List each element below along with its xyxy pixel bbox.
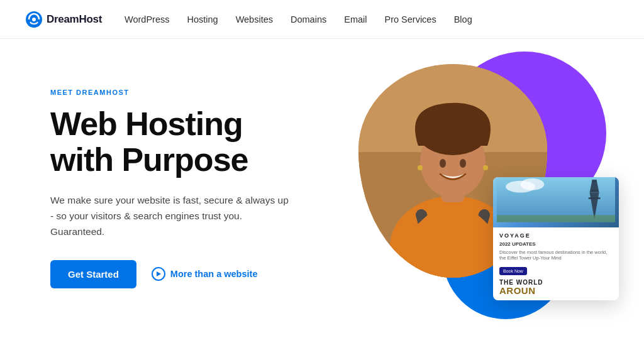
svg-point-16 xyxy=(521,178,545,190)
card-around: AROUN xyxy=(499,286,613,295)
nav-item-hosting[interactable]: Hosting xyxy=(187,14,218,25)
more-link[interactable]: More than a website xyxy=(152,267,258,281)
hero-title: Web Hosting with Purpose xyxy=(50,106,340,178)
website-card: VOYAGE 2022 UPDATES Discover the most fa… xyxy=(493,177,619,300)
hero-description: We make sure your website is fast, secur… xyxy=(50,193,289,239)
card-description: Discover the most famous destinations in… xyxy=(499,249,613,262)
svg-point-11 xyxy=(483,165,488,170)
more-label: More than a website xyxy=(170,269,258,279)
svg-point-9 xyxy=(460,159,466,168)
card-year-label: 2022 UPDATES xyxy=(499,241,613,248)
logo[interactable]: DreamHost xyxy=(25,11,102,28)
navbar: DreamHost WordPress Hosting Websites Dom… xyxy=(0,0,644,39)
play-triangle xyxy=(157,271,161,276)
hero-content: MEET DREAMHOST Web Hosting with Purpose … xyxy=(50,89,340,288)
nav-item-email[interactable]: Email xyxy=(344,14,367,25)
brand-name: DreamHost xyxy=(47,13,102,26)
svg-rect-21 xyxy=(591,190,597,191)
svg-rect-20 xyxy=(589,197,601,199)
nav-item-domains[interactable]: Domains xyxy=(291,14,326,25)
play-icon xyxy=(152,267,165,281)
get-started-button[interactable]: Get Started xyxy=(50,260,136,288)
nav-links: WordPress Hosting Websites Domains Email… xyxy=(125,14,472,25)
meet-label: MEET DREAMHOST xyxy=(50,89,340,96)
hero-actions: Get Started More than a website xyxy=(50,260,340,288)
nav-item-pro-services[interactable]: Pro Services xyxy=(384,14,436,25)
nav-item-websites[interactable]: Websites xyxy=(236,14,273,25)
logo-icon xyxy=(25,11,43,28)
card-tag: VOYAGE xyxy=(499,232,613,239)
svg-point-10 xyxy=(418,165,423,170)
hero-title-line1: Web Hosting xyxy=(50,106,243,142)
nav-item-wordpress[interactable]: WordPress xyxy=(125,14,169,25)
svg-point-1 xyxy=(32,18,36,21)
svg-rect-19 xyxy=(592,180,597,182)
card-book-button[interactable]: Book Now xyxy=(499,267,527,275)
card-travel-image xyxy=(497,177,615,224)
nav-item-blog[interactable]: Blog xyxy=(454,14,472,25)
card-image xyxy=(493,177,619,227)
svg-rect-22 xyxy=(497,215,615,222)
hero-visual: VOYAGE 2022 UPDATES Discover the most fa… xyxy=(340,39,619,338)
card-content: VOYAGE 2022 UPDATES Discover the most fa… xyxy=(493,227,619,300)
svg-point-8 xyxy=(440,159,446,168)
hero-section: MEET DREAMHOST Web Hosting with Purpose … xyxy=(0,39,644,338)
hero-title-line2: with Purpose xyxy=(50,141,248,178)
